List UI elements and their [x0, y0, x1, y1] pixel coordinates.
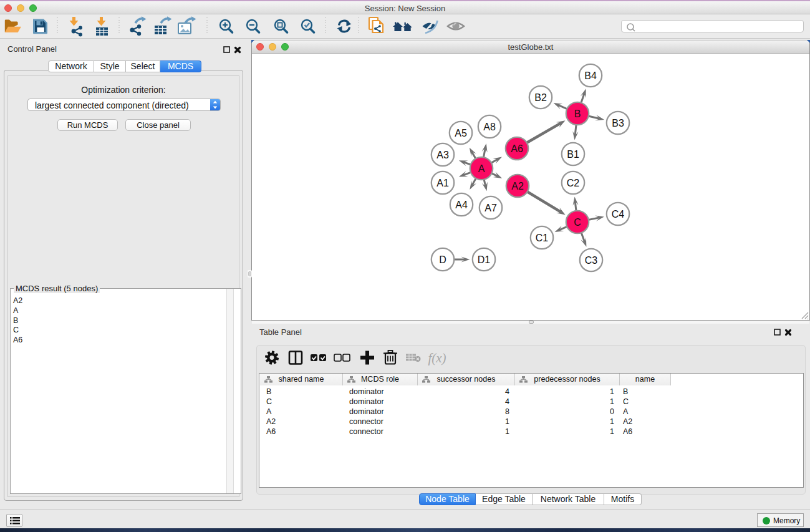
svg-text:A7: A7 [485, 203, 497, 213]
svg-text:C3: C3 [585, 255, 598, 266]
svg-text:B2: B2 [534, 92, 547, 103]
svg-text:A4: A4 [455, 200, 468, 210]
svg-text:A3: A3 [436, 150, 449, 160]
svg-text:C1: C1 [536, 233, 549, 243]
svg-text:B1: B1 [567, 149, 579, 160]
svg-text:A1: A1 [436, 178, 449, 188]
svg-text:C: C [574, 217, 581, 228]
svg-text:B3: B3 [612, 118, 624, 128]
svg-text:A: A [478, 163, 485, 174]
svg-text:A6: A6 [511, 143, 523, 154]
svg-text:A8: A8 [483, 122, 496, 132]
svg-text:f(x): f(x) [428, 351, 446, 365]
svg-text:D: D [439, 254, 446, 265]
svg-text:B4: B4 [584, 70, 597, 81]
svg-text:D1: D1 [478, 254, 491, 265]
svg-text:C4: C4 [612, 209, 625, 220]
svg-text:A5: A5 [455, 128, 467, 138]
svg-text:C2: C2 [567, 178, 580, 188]
svg-text:A2: A2 [511, 181, 524, 191]
svg-text:B: B [574, 109, 581, 119]
